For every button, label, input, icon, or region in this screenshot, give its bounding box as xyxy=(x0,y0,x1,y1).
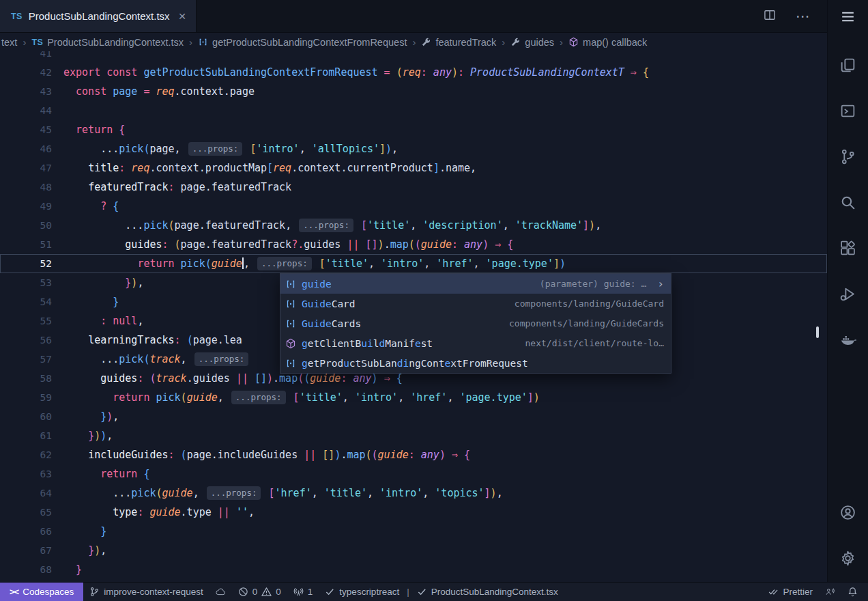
line-number: 67 xyxy=(0,541,52,560)
status-branch-label: improve-context-request xyxy=(104,587,203,597)
status-bar: ><Codespacesimprove-context-request001ty… xyxy=(0,582,868,601)
tab-title: ProductSubLandingContext.tsx xyxy=(29,10,170,22)
status-language-mode[interactable]: typescriptreact xyxy=(319,583,405,601)
line-number: 43 xyxy=(0,82,52,101)
more-button[interactable]: ⋯ xyxy=(796,8,811,25)
breadcrumb-item[interactable]: getProductSubLandingContextFromRequest xyxy=(198,37,407,48)
status-ports[interactable]: 1 xyxy=(287,583,319,601)
activity-settings-button[interactable] xyxy=(839,550,856,570)
code-line[interactable]: 47 title: req.context.productMap[req.con… xyxy=(0,158,827,178)
status-problems[interactable]: 00 xyxy=(232,583,287,601)
code-line[interactable]: 63 return { xyxy=(0,464,827,484)
inlay-hint: ...props: xyxy=(207,486,261,500)
code-line-content: } xyxy=(52,522,827,541)
breadcrumb-item[interactable]: text xyxy=(1,37,17,48)
close-icon[interactable]: × xyxy=(179,9,186,24)
code-line[interactable]: 59 return pick(guide, ...props: ['title'… xyxy=(0,388,827,407)
code-line[interactable]: 41 xyxy=(0,51,827,63)
chevron-right-icon: › xyxy=(657,277,664,290)
code-line-content: }), xyxy=(52,541,827,560)
code-line[interactable]: 64 ...pick(guide, ...props: ['href', 'ti… xyxy=(0,484,827,503)
status-remote-session[interactable] xyxy=(819,583,841,601)
run-debug-icon xyxy=(839,285,856,303)
variable-icon xyxy=(285,279,296,290)
code-line[interactable]: 45 return { xyxy=(0,120,827,139)
suggestion-item[interactable]: GuideCardcomponents/landing/GuideCard xyxy=(280,294,671,313)
breadcrumb-label: guides xyxy=(525,37,554,48)
code-line[interactable]: 62 includeGuides: (page.includeGuides ||… xyxy=(0,445,827,464)
docker-icon xyxy=(839,331,856,348)
code-line[interactable]: 43 const page = req.context.page xyxy=(0,82,827,101)
line-number: 41 xyxy=(0,51,52,63)
inlay-hint: ...props: xyxy=(257,257,312,270)
error-icon xyxy=(238,587,248,597)
code-line[interactable]: 65 type: guide.type || '', xyxy=(0,503,827,522)
activity-extensions-button[interactable] xyxy=(839,240,856,260)
code-line[interactable]: 66 } xyxy=(0,522,827,541)
status-branch[interactable]: improve-context-request xyxy=(83,583,209,601)
line-number: 60 xyxy=(0,407,52,426)
breadcrumb-item[interactable]: TSProductSubLandingContext.tsx xyxy=(31,37,184,48)
activity-bar xyxy=(827,0,868,582)
code-line[interactable]: 51 guides: (page.featuredTrack?.guides |… xyxy=(0,235,827,254)
line-number: 48 xyxy=(0,178,52,197)
suggestion-item[interactable]: getProductSubLandingContextFromRequest xyxy=(280,353,671,373)
code-line-content: type: guide.type || '', xyxy=(52,503,827,522)
more-icon: ⋯ xyxy=(796,8,811,25)
status-sync[interactable] xyxy=(209,583,232,601)
status-remote[interactable]: ><Codespaces xyxy=(0,583,83,601)
breadcrumb-item[interactable]: guides xyxy=(510,37,554,48)
warning-icon xyxy=(261,587,272,597)
radio-icon xyxy=(293,587,304,597)
activity-docker-button[interactable] xyxy=(839,331,856,351)
line-number: 46 xyxy=(0,139,52,158)
ts-icon: TS xyxy=(31,38,43,47)
code-line[interactable]: 61 })), xyxy=(0,426,827,445)
suggestion-item[interactable]: GuideCardscomponents/landing/GuideCards xyxy=(280,313,671,333)
breadcrumb-label: text xyxy=(1,37,17,48)
code-line[interactable]: 46 ...pick(page, ...props: ['intro', 'al… xyxy=(0,139,827,158)
property-icon xyxy=(421,37,431,47)
code-line[interactable]: 68 } xyxy=(0,560,827,579)
inlay-hint: ...props: xyxy=(188,142,243,156)
breadcrumb-item[interactable]: featuredTrack xyxy=(421,37,496,48)
menu-button[interactable] xyxy=(839,8,856,28)
activity-terminal-button[interactable] xyxy=(839,102,856,122)
code-line[interactable]: 42export const getProductSubLandingConte… xyxy=(0,63,827,82)
settings-icon xyxy=(839,550,856,567)
activity-search-button[interactable] xyxy=(839,194,856,214)
line-number: 54 xyxy=(0,292,52,311)
split-editor-button[interactable] xyxy=(763,8,777,25)
code-line[interactable]: 67 }), xyxy=(0,541,827,560)
activity-account-button[interactable] xyxy=(839,504,856,524)
line-number: 57 xyxy=(0,350,52,369)
variable-icon xyxy=(285,318,296,329)
activity-run-debug-button[interactable] xyxy=(839,285,856,305)
editor[interactable]: 4142export const getProductSubLandingCon… xyxy=(0,51,827,582)
code-line-content: })), xyxy=(52,426,827,445)
code-line[interactable]: 49 ? { xyxy=(0,197,827,216)
code-line[interactable]: 50 ...pick(page.featuredTrack, ...props:… xyxy=(0,216,827,235)
activity-files-button[interactable] xyxy=(839,57,856,76)
method-icon xyxy=(568,37,579,47)
breadcrumb-item[interactable]: map() callback xyxy=(568,37,647,48)
code-line-content: title: req.context.productMap[req.contex… xyxy=(52,158,827,178)
line-number: 49 xyxy=(0,197,52,216)
cloud-icon xyxy=(216,587,226,597)
code-line[interactable]: 60 }), xyxy=(0,407,827,426)
code-line[interactable]: 44 xyxy=(0,101,827,120)
code-line[interactable]: 48 featuredTrack: page.featuredTrack xyxy=(0,178,827,197)
activity-source-control-button[interactable] xyxy=(839,148,856,168)
scrollbar-thumb[interactable] xyxy=(816,326,819,338)
code-line-content: }), xyxy=(52,407,827,426)
status-file-status[interactable]: ProductSubLandingContext.tsx xyxy=(411,583,564,601)
suggestion-item[interactable]: guide(parameter) guide: …› xyxy=(280,274,671,294)
line-number: 68 xyxy=(0,560,52,579)
status-formatter[interactable]: Prettier xyxy=(762,583,819,601)
code-line[interactable]: 52 return pick(guide, ...props: ['title'… xyxy=(0,254,827,273)
status-notifications[interactable] xyxy=(841,583,864,601)
suggestion-item[interactable]: getClientBuildManifestnext/dist/client/r… xyxy=(280,333,671,353)
breadcrumb-separator: › xyxy=(23,36,26,48)
tab-active-file[interactable]: TS ProductSubLandingContext.tsx × xyxy=(0,0,197,32)
check-icon xyxy=(325,587,335,597)
